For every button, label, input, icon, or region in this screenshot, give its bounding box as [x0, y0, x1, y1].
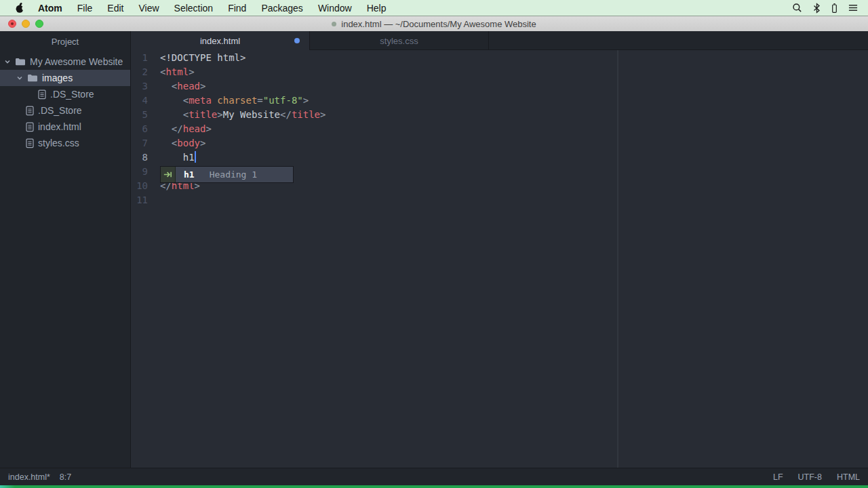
code-editor[interactable]: 1<!DOCTYPE html>2<html>3 <head>4 <meta c…: [131, 50, 868, 468]
token: >: [200, 81, 205, 92]
token: <: [183, 109, 189, 120]
code-line-1[interactable]: 1<!DOCTYPE html>: [131, 51, 868, 65]
token: </: [280, 109, 292, 120]
code-line-8[interactable]: 8 h1: [131, 150, 868, 165]
tree-item-.ds_store[interactable]: .DS_Store: [0, 102, 130, 119]
autocomplete-suggestion-row[interactable]: h1 Heading 1: [176, 167, 293, 182]
close-button[interactable]: [8, 20, 16, 28]
token: [160, 95, 183, 106]
token: charset: [217, 95, 257, 106]
tab-bar: index.htmlstyles.css: [131, 31, 868, 50]
token: html: [165, 66, 189, 77]
folder-icon: [27, 73, 38, 83]
status-bar: index.html* 8:7 LF UTF-8 HTML: [0, 468, 868, 485]
status-line-ending[interactable]: LF: [773, 472, 783, 482]
menu-items: AtomFileEditViewSelectionFindPackagesWin…: [31, 3, 393, 14]
code-text: <html>: [160, 65, 195, 79]
token: meta: [189, 95, 212, 106]
line-number: 4: [131, 94, 160, 108]
bluetooth-icon[interactable]: [812, 3, 821, 14]
code-line-2[interactable]: 2<html>: [131, 65, 868, 79]
file-tree: My Awesome Websiteimages.DS_Store.DS_Sto…: [0, 54, 130, 151]
tab-index.html[interactable]: index.html: [131, 31, 310, 50]
file-icon: [26, 106, 34, 116]
status-grammar[interactable]: HTML: [837, 472, 860, 482]
tab-styles.css[interactable]: styles.css: [310, 31, 489, 50]
zoom-button[interactable]: [35, 20, 43, 28]
text-cursor: [195, 151, 196, 163]
tree-item-.ds_store[interactable]: .DS_Store: [0, 86, 130, 102]
code-rows: 1<!DOCTYPE html>2<html>3 <head>4 <meta c…: [131, 51, 868, 207]
tab-label: index.html: [200, 36, 240, 46]
token: >: [320, 109, 326, 120]
tree-item-label: .DS_Store: [38, 105, 82, 116]
menu-help[interactable]: Help: [359, 3, 394, 14]
status-file-name[interactable]: index.html*: [8, 472, 50, 482]
apple-menu-icon[interactable]: [9, 2, 31, 14]
line-number: 9: [131, 165, 160, 179]
macos-menu-bar: AtomFileEditViewSelectionFindPackagesWin…: [0, 0, 868, 16]
menu-packages[interactable]: Packages: [254, 3, 310, 14]
menu-edit[interactable]: Edit: [100, 3, 131, 14]
token: title: [292, 109, 320, 120]
token: h1: [183, 152, 195, 163]
tree-item-label: My Awesome Website: [30, 56, 123, 67]
code-line-5[interactable]: 5 <title>My Website</title>: [131, 108, 868, 122]
menu-view[interactable]: View: [131, 3, 166, 14]
token: "utf-8": [263, 95, 303, 106]
tree-item-images[interactable]: images: [0, 70, 130, 86]
tree-item-index.html[interactable]: index.html: [0, 119, 130, 135]
editor-pane: index.htmlstyles.css 1<!DOCTYPE html>2<h…: [131, 31, 868, 468]
token: >: [303, 95, 309, 106]
file-icon: [26, 122, 34, 132]
token: <: [183, 95, 189, 106]
minimize-button[interactable]: [22, 20, 30, 28]
screen: AtomFileEditViewSelectionFindPackagesWin…: [0, 0, 868, 488]
file-icon: [38, 89, 46, 100]
token: body: [177, 138, 200, 148]
token: <!DOCTYPE html>: [160, 52, 245, 63]
code-text: h1: [160, 150, 196, 165]
chevron-down-icon[interactable]: [16, 75, 23, 81]
tree-item-styles.css[interactable]: styles.css: [0, 135, 130, 151]
suggestion-description: Heading 1: [210, 167, 257, 182]
token: >: [217, 109, 222, 120]
spotlight-search-icon[interactable]: [792, 3, 802, 13]
code-line-11[interactable]: 11: [131, 193, 868, 207]
code-text: <title>My Website</title>: [160, 108, 326, 122]
code-line-4[interactable]: 4 <meta charset="utf-8">: [131, 94, 868, 108]
code-line-3[interactable]: 3 <head>: [131, 79, 868, 94]
chevron-down-icon[interactable]: [4, 58, 11, 65]
folder-icon: [15, 57, 26, 66]
status-bar-left: index.html* 8:7: [8, 472, 71, 482]
tree-item-my awesome website[interactable]: My Awesome Website: [0, 54, 130, 70]
tree-item-label: index.html: [38, 121, 81, 132]
menu-selection[interactable]: Selection: [167, 3, 221, 14]
window-title-bar[interactable]: index.html — ~/Documents/My Awesome Webs…: [0, 16, 868, 31]
token: [160, 138, 172, 148]
code-text: <body>: [160, 136, 205, 150]
menu-find[interactable]: Find: [220, 3, 254, 14]
line-number: 1: [131, 51, 160, 65]
video-progress-bar[interactable]: [0, 485, 868, 488]
menu-window[interactable]: Window: [311, 3, 359, 14]
tree-item-label: images: [42, 73, 73, 83]
menu-file[interactable]: File: [70, 3, 100, 14]
notification-list-icon[interactable]: [848, 3, 859, 13]
menu-atom[interactable]: Atom: [31, 3, 70, 14]
code-line-6[interactable]: 6 </head>: [131, 122, 868, 136]
status-bar-right: LF UTF-8 HTML: [773, 472, 860, 482]
device-battery-icon[interactable]: [831, 3, 837, 14]
tab-label: styles.css: [380, 36, 418, 46]
code-line-7[interactable]: 7 <body>: [131, 136, 868, 150]
line-number: 3: [131, 79, 160, 94]
token: My Website: [223, 109, 280, 120]
status-encoding[interactable]: UTF-8: [798, 472, 822, 482]
traffic-lights: [8, 20, 43, 28]
project-tree-panel: Project My Awesome Websiteimages.DS_Stor…: [0, 31, 131, 468]
code-text: </head>: [160, 122, 212, 136]
suggestion-label: h1: [184, 167, 195, 182]
file-icon: [26, 138, 34, 148]
status-cursor-position[interactable]: 8:7: [60, 472, 71, 482]
tree-item-label: .DS_Store: [50, 89, 94, 100]
